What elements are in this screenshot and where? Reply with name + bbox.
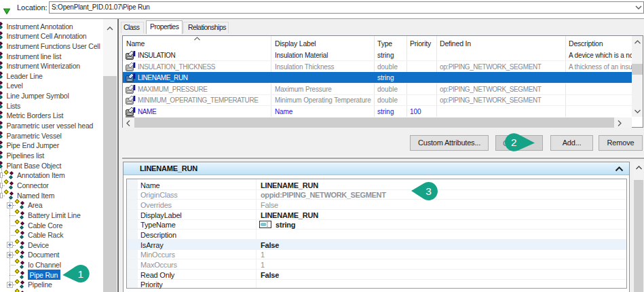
svg-text:1: 1 <box>77 268 83 279</box>
svg-text:2: 2 <box>511 136 517 148</box>
svg-text:3: 3 <box>425 185 432 197</box>
